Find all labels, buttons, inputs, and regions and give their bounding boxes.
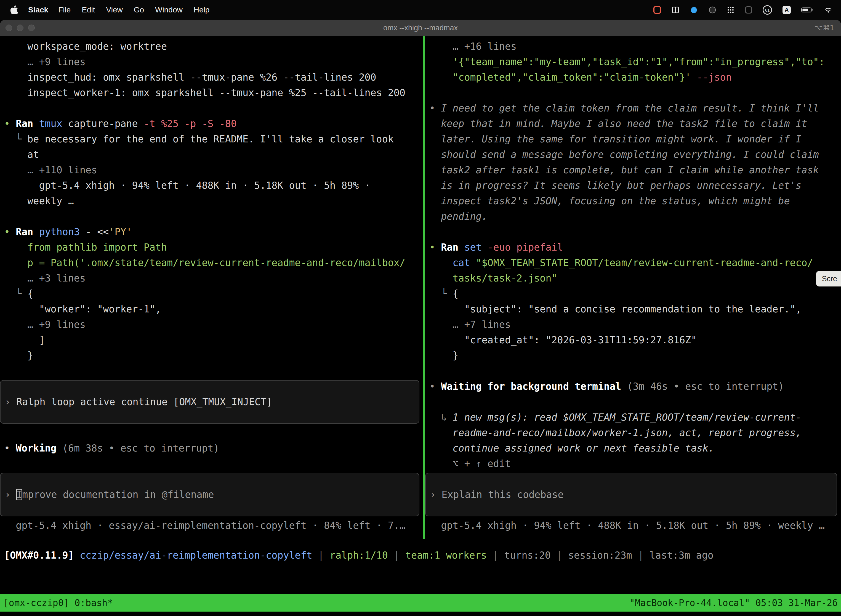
- text-segment: {: [453, 288, 458, 299]
- tmux-status-bar: [omx-cczip0] 0:bash* "MacBook-Pro-44.loc…: [0, 594, 841, 612]
- text-segment: "completed","claim_token":"claim-token"}…: [453, 72, 697, 83]
- text-segment: … +16 lines: [429, 41, 517, 52]
- text-segment: ralph:1/10: [330, 550, 388, 561]
- terminal-line: └ {: [425, 286, 841, 301]
- terminal-line: '{"team_name":"my-team","task_id":"1","f…: [425, 54, 841, 70]
- dark-circle-icon[interactable]: [709, 6, 716, 14]
- screen-recording-indicator-icon[interactable]: [653, 6, 661, 14]
- prompt-input-left[interactable]: › Improve documentation in @filename: [0, 473, 419, 516]
- text-segment: pending.: [429, 211, 488, 222]
- battery-icon[interactable]: [801, 7, 813, 13]
- terminal-line: p = Path('.omx/state/team/review-current…: [0, 255, 423, 270]
- text-segment: •: [429, 103, 441, 114]
- text-segment: is in progress? It seems likely but perh…: [429, 180, 801, 191]
- text-segment: keep that in mind. Maybe I also need the…: [429, 118, 807, 129]
- tmux-panes: workspace_mode: worktree … +9 lines insp…: [0, 36, 841, 539]
- text-segment: later. Using the same for transition mig…: [429, 133, 801, 145]
- text-segment: ⌥ + ↑ edit: [429, 458, 511, 469]
- terminal-line: • Waiting for background terminal (3m 46…: [425, 378, 841, 394]
- terminal-line: readme-and-reco/mailbox/worker-1.json, a…: [425, 425, 841, 440]
- text-segment: capture-pane: [62, 118, 144, 129]
- clipped-tooltip: Scre: [816, 271, 841, 286]
- terminal-line: [0, 456, 423, 471]
- text-segment: Ran: [16, 226, 39, 238]
- battery-percent-badge[interactable]: 61: [763, 5, 772, 15]
- terminal-line: tasks/task-2.json": [425, 270, 841, 286]
- close-button[interactable]: [6, 25, 12, 31]
- text-segment: should send a message before completing …: [429, 149, 819, 160]
- text-segment: }: [429, 350, 458, 361]
- text-segment: └: [429, 288, 453, 299]
- terminal-line: weekly …: [0, 193, 423, 209]
- terminal-line: task2 after task1 is complete, but can I…: [425, 162, 841, 178]
- terminal-line: later. Using the same for transition mig…: [425, 131, 841, 147]
- text-segment: [74, 550, 80, 561]
- text-segment: inspect task2's JSON, focusing on the st…: [429, 195, 790, 207]
- text-segment: "worker": "worker-1",: [4, 304, 161, 315]
- text-segment: … +3 lines: [4, 273, 85, 284]
- text-segment: 'PY': [109, 226, 132, 238]
- tmux-host-clock-label: "MacBook-Pro-44.local" 05:03 31-Mar-26: [629, 597, 838, 608]
- text-segment: last:3m ago: [649, 550, 714, 561]
- window-shortcut-hint: ⌥⌘1: [814, 20, 834, 36]
- text-segment: [482, 242, 488, 253]
- menu-window[interactable]: Window: [149, 6, 188, 14]
- terminal-line: at: [0, 147, 423, 162]
- text-segment: [429, 273, 453, 284]
- text-segment: p = Path('.omx/state/team/review-current…: [27, 257, 405, 268]
- apple-menu-icon[interactable]: [10, 6, 18, 14]
- text-segment: at: [4, 149, 39, 160]
- terminal-line: [0, 209, 423, 224]
- terminal-line: }: [425, 348, 841, 363]
- terminal-line: ↳ 1 new msg(s): read $OMX_TEAM_STATE_ROO…: [425, 409, 841, 425]
- text-segment: mprove documentation in @filename: [22, 489, 214, 500]
- terminal-line: [0, 100, 423, 116]
- text-segment: "created_at": "2026-03-31T11:59:27.816Z": [429, 334, 697, 346]
- text-segment: [429, 257, 453, 268]
- text-segment: cat: [453, 257, 476, 268]
- minimize-button[interactable]: [17, 25, 23, 31]
- menu-help[interactable]: Help: [188, 6, 215, 14]
- menu-view[interactable]: View: [101, 6, 128, 14]
- terminal-line: inspect_worker-1: omx sparkshell --tmux-…: [0, 85, 423, 100]
- terminal-line: • Ran set -euo pipefail: [425, 239, 841, 255]
- terminal-line: ]: [0, 332, 423, 348]
- text-segment: turns:20: [504, 550, 551, 561]
- menu-bar: Slack File Edit View Go Window Help 61: [0, 0, 841, 20]
- text-segment: session:23m: [568, 550, 632, 561]
- terminal-line: • Ran tmux capture-pane -t %25 -p -S -80: [0, 116, 423, 131]
- text-segment: └: [4, 288, 27, 299]
- grid-icon[interactable]: [672, 6, 679, 14]
- text-segment: •: [429, 242, 441, 253]
- terminal-line: ⌥ + ↑ edit: [425, 456, 841, 471]
- menu-file[interactable]: File: [53, 6, 76, 14]
- text-segment: Ralph loop active continue [OMX_TMUX_INJ…: [16, 396, 272, 407]
- injected-message-box[interactable]: › Ralph loop active continue [OMX_TMUX_I…: [0, 380, 419, 424]
- text-segment: --json: [697, 72, 731, 83]
- window-title-bar[interactable]: omx --xhigh --madmax ⌥⌘1: [0, 20, 841, 36]
- screen: Slack File Edit View Go Window Help 61: [0, 0, 841, 616]
- text-segment: |: [487, 550, 504, 561]
- tmux-pane-left[interactable]: workspace_mode: worktree … +9 lines insp…: [0, 36, 423, 539]
- text-segment: ]: [4, 334, 45, 346]
- text-segment: tmux: [39, 118, 62, 129]
- text-segment: [429, 72, 453, 83]
- dim-app-icon[interactable]: [745, 6, 752, 13]
- menu-go[interactable]: Go: [128, 6, 149, 14]
- text-segment: tasks/task-2.json": [453, 273, 557, 284]
- blue-app-icon[interactable]: [690, 6, 698, 14]
- wifi-icon[interactable]: [824, 6, 833, 13]
- active-app-menu[interactable]: Slack: [28, 6, 48, 14]
- dots-grid-icon[interactable]: [727, 6, 734, 14]
- input-source-icon[interactable]: A: [782, 6, 791, 14]
- zoom-button[interactable]: [28, 25, 35, 31]
- text-segment: -t %25 -p -S -80: [144, 118, 237, 129]
- menu-edit[interactable]: Edit: [76, 6, 100, 14]
- prompt-input-right[interactable]: › Explain this codebase: [425, 473, 837, 516]
- tmux-pane-right[interactable]: … +16 lines '{"team_name":"my-team","tas…: [425, 36, 841, 539]
- text-segment: set: [464, 242, 482, 253]
- terminal-line: workspace_mode: worktree: [0, 39, 423, 54]
- text-segment: Ran: [16, 118, 39, 129]
- terminal-line: gpt-5.4 xhigh · essay/ai-reimplementatio…: [0, 518, 423, 533]
- pane-divider[interactable]: [423, 36, 425, 539]
